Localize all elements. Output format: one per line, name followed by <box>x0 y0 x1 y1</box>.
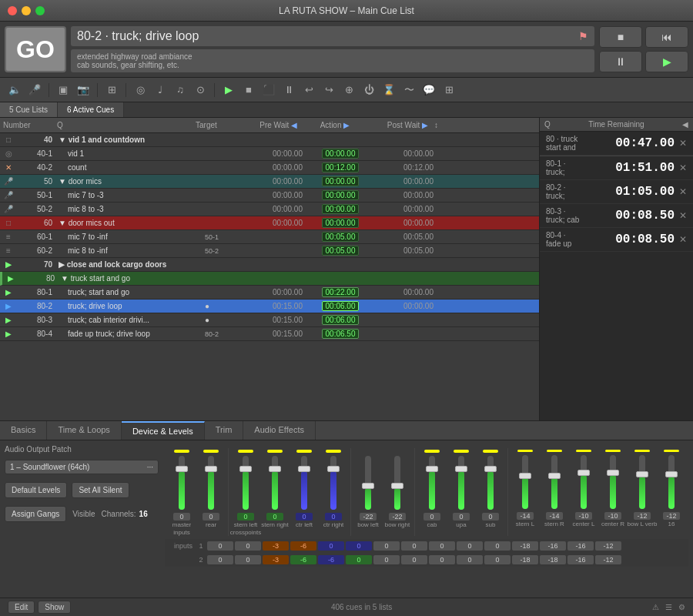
target-icon[interactable]: ◎ <box>132 82 149 99</box>
fader-bow-left[interactable]: -22 bow left <box>354 448 382 536</box>
fader-handle[interactable] <box>298 466 310 472</box>
input-cell[interactable]: 0 <box>457 555 483 564</box>
tab-device-levels[interactable]: Device & Levels <box>122 421 205 440</box>
fader-master[interactable]: 0 master inputs <box>168 448 196 536</box>
wave-icon[interactable]: 〜 <box>400 82 417 99</box>
fader-track[interactable] <box>272 456 278 510</box>
fader-track[interactable] <box>668 455 675 509</box>
fader-handle[interactable] <box>665 471 678 477</box>
fader-handle[interactable] <box>519 473 531 479</box>
play-icon[interactable]: ▶ <box>220 82 237 99</box>
cue-lists-tab[interactable]: 5 Cue Lists <box>0 102 58 117</box>
fader-track[interactable] <box>639 455 645 509</box>
tab-basics[interactable]: Basics <box>0 421 47 440</box>
fader-track[interactable] <box>394 456 400 510</box>
camera-icon[interactable]: 📷 <box>75 82 92 99</box>
pause-button[interactable]: ⏸ <box>599 51 642 72</box>
input-cell[interactable]: 0 <box>346 555 372 564</box>
fader-handle[interactable] <box>239 466 252 472</box>
close-cue-button[interactable]: ✕ <box>679 162 687 173</box>
edit-button[interactable]: Edit <box>8 601 35 614</box>
fader-track[interactable] <box>551 455 557 509</box>
fader-handle[interactable] <box>578 470 590 476</box>
cue-row[interactable]: 🎤 50-1 mic 7 to -3 00:00.00 00:00.00 00:… <box>0 189 539 203</box>
cue-row[interactable]: ▶ 80-3 truck; cab interior drivi... ● 00… <box>0 313 539 327</box>
fader-handle[interactable] <box>205 466 217 472</box>
fader-handle[interactable] <box>426 466 438 472</box>
input-cell[interactable]: -18 <box>512 555 538 564</box>
cue-row[interactable]: ◎ 40-1 vid 1 00:00.00 00:00.00 00:00.00 <box>0 147 539 161</box>
gear-icon[interactable]: ⚙ <box>678 603 685 611</box>
input-cell[interactable]: 0 <box>401 541 427 551</box>
fader-stern-l[interactable]: -14 stern L <box>511 448 539 536</box>
fader-track[interactable] <box>610 455 616 509</box>
input-cell[interactable]: 0 <box>235 555 261 564</box>
clock-icon[interactable]: ⊙ <box>192 82 209 99</box>
fader-track[interactable] <box>301 456 307 510</box>
fader-center-r[interactable]: -10 center R <box>599 448 627 536</box>
cue-row[interactable]: ✕ 40-2 count 00:00.00 00:12.00 00:12.00 <box>0 161 539 175</box>
default-levels-button[interactable]: Default Levels <box>5 482 67 498</box>
cue-row-active[interactable]: ▶ 80-2 truck; drive loop ● 00:15.00 00:0… <box>0 300 539 313</box>
fader-handle[interactable] <box>484 466 497 472</box>
cue-row[interactable]: ▶ 80-1 truck; start and go 00:00.00 00:2… <box>0 286 539 300</box>
input-cell[interactable]: 0 <box>484 555 511 564</box>
fader-bow-right[interactable]: -22 bow right <box>383 448 411 536</box>
fader-handle[interactable] <box>391 483 403 489</box>
input-cell[interactable]: 0 <box>207 555 233 564</box>
crosshair-icon[interactable]: ⊕ <box>340 82 357 99</box>
input-cell[interactable]: 0 <box>318 541 344 551</box>
input-cell[interactable]: 0 <box>373 555 400 564</box>
close-cue-button[interactable]: ✕ <box>679 186 687 197</box>
fader-rear[interactable]: 0 rear <box>197 448 225 536</box>
input-cell[interactable]: 0 <box>457 541 483 551</box>
fader-track[interactable] <box>330 456 336 510</box>
input-cell[interactable]: -16 <box>540 541 566 551</box>
fader-track[interactable] <box>458 456 464 510</box>
input-cell[interactable]: 0 <box>429 555 455 564</box>
fader-bow-l-verb[interactable]: -12 bow L verb <box>628 448 656 536</box>
input-cell[interactable]: -6 <box>290 555 316 564</box>
play-button[interactable]: ▶ <box>645 51 688 72</box>
input-cell[interactable]: -12 <box>595 541 621 551</box>
fader-stern-r[interactable]: -14 stern R <box>541 448 568 536</box>
input-cell[interactable]: -16 <box>567 555 594 564</box>
maximize-button[interactable] <box>35 6 45 15</box>
mixer-icon[interactable]: ⊞ <box>103 82 120 99</box>
fader-track[interactable] <box>208 456 214 510</box>
sidebar-collapse-icon[interactable]: ◀ <box>682 120 688 129</box>
fader-track[interactable] <box>522 455 528 509</box>
audio-output-select[interactable]: 1 – Soundflower (64ch) ··· <box>5 460 159 474</box>
input-cell[interactable]: -12 <box>595 555 621 564</box>
input-cell[interactable]: 0 <box>346 541 372 551</box>
fader-cab[interactable]: 0 cab <box>418 448 446 536</box>
input-cell[interactable]: -6 <box>290 541 316 551</box>
input-cell[interactable]: -18 <box>540 555 566 564</box>
fader-track[interactable] <box>179 456 185 510</box>
fader-track[interactable] <box>243 456 249 510</box>
pause-icon-sm[interactable]: ⏸ <box>280 82 297 99</box>
fader-track[interactable] <box>581 455 587 509</box>
cue-row[interactable]: ≡ 60-2 mic 8 to -inf 50-2 00:05.00 00:05… <box>0 244 539 258</box>
fwd-icon[interactable]: ↪ <box>320 82 337 99</box>
cue-row[interactable]: 🎤 50 ▼ door mics 00:00.00 00:00.00 00:00… <box>0 175 539 189</box>
active-cues-tab[interactable]: 6 Active Cues <box>58 102 124 117</box>
input-cell[interactable]: 0 <box>484 541 511 551</box>
fader-handle[interactable] <box>269 466 281 472</box>
input-cell[interactable]: -18 <box>512 541 538 551</box>
close-button[interactable] <box>8 6 17 15</box>
fader-handle[interactable] <box>362 483 374 489</box>
tab-trim[interactable]: Trim <box>205 421 244 440</box>
fader-center-l[interactable]: -10 center L <box>570 448 598 536</box>
mic-icon[interactable]: 🎤 <box>26 82 43 99</box>
go-button[interactable]: GO <box>5 26 66 72</box>
fader-16[interactable]: -12 16 <box>658 448 685 536</box>
cue-row[interactable]: ≡ 60-1 mic 7 to -inf 50-1 00:05.00 00:05… <box>0 230 539 244</box>
input-cell[interactable]: 0 <box>235 541 261 551</box>
fader-track[interactable] <box>487 456 494 510</box>
grid-icon[interactable]: ⊞ <box>440 82 457 99</box>
cue-row[interactable]: ▶ 80 ▼ truck start and go <box>0 272 539 286</box>
chat-icon[interactable]: 💬 <box>420 82 437 99</box>
note-icon[interactable]: ♫ <box>172 82 189 99</box>
cue-row[interactable]: ▶ 80-4 fade up truck; drive loop 80-2 00… <box>0 327 539 341</box>
